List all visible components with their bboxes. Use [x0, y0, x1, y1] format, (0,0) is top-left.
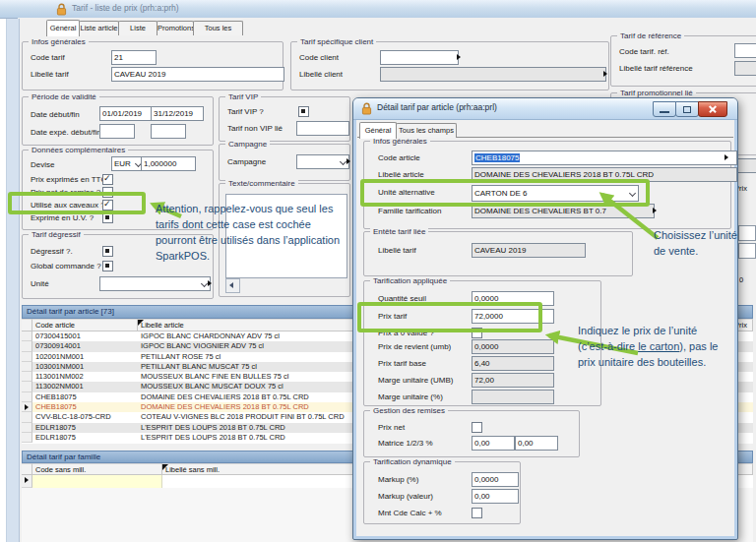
campagne-dropdown[interactable] [296, 154, 349, 169]
group-title: Tarification dynamique [370, 457, 455, 466]
libelle-tarif-ref-field [734, 61, 756, 76]
markup-valeur-label: Markup (valeur) [378, 492, 433, 501]
dialog-group-tarification-dynamique: Tarification dynamique Markup (%) 0,0000… [363, 461, 521, 524]
devise-dropdown[interactable]: EUR [111, 156, 145, 171]
libelle-tarif-field: CAVEAU 2019 [472, 243, 586, 258]
group-tarif-specifique-client: Tarif spécifique client Code client Libe… [290, 41, 609, 90]
cell-code-article: EDLR18075 [32, 433, 138, 443]
prix-ttc-checkbox[interactable] [102, 174, 113, 185]
date-expe-label: Date expé. début/fin [31, 128, 101, 137]
row-marker [22, 352, 32, 362]
group-title: Campagne [225, 140, 270, 149]
dialog-title: Détail tarif par article (prh:aa:prl) [377, 102, 497, 112]
dropdown-arrow-icon [340, 158, 346, 165]
tarif-vip-checkbox[interactable] [298, 106, 309, 117]
marge-unitaire-pct-field [472, 390, 554, 404]
code-article-input[interactable]: CHEB18075 [472, 151, 737, 165]
date-expe-debut-input[interactable] [99, 124, 135, 139]
row-marker [22, 331, 32, 341]
marge-unitaire-umb-label: Marge unitaire (UMB) [378, 376, 453, 385]
left-scroll-strip[interactable] [6, 19, 20, 542]
row-marker [22, 382, 32, 391]
prix-net-checkbox[interactable] [472, 422, 482, 433]
libelle-tarif-label: Libellé tarif [31, 70, 69, 79]
global-commande-checkbox[interactable] [102, 261, 113, 271]
highlight-box-unite-alternative [360, 179, 650, 207]
dialog-group-entete-tarif: Entête tarif liée Libellé tarif CAVEAU 2… [363, 231, 633, 276]
dialog-titlebar[interactable]: Détail tarif par article (prh:aa:prl) [353, 98, 737, 120]
tab-promotions[interactable]: Promotions [157, 21, 194, 35]
group-title: Texte/commentaire [225, 179, 298, 188]
group-title: Tarif promotionnel lié [617, 89, 696, 97]
prix-tarif-base-label: Prix tarif base [378, 359, 426, 368]
code-tarif-ref-label: Code tarif. réf. [619, 47, 669, 56]
date-expe-fin-input[interactable] [151, 124, 186, 139]
dialog-group-tarification-appliquee: Tarification appliquée Quantité seuil 0,… [363, 280, 601, 406]
date-fin-input[interactable]: 31/12/2019 [151, 106, 204, 121]
note-prix-underlined: le carton [638, 340, 679, 352]
taux-input[interactable]: 1,000000 [141, 156, 196, 171]
header-marker-cell [22, 463, 32, 475]
matrice1-input[interactable]: 0,00 [472, 436, 515, 451]
dropdown-arrow-icon [201, 280, 208, 287]
global-commande-label: Global commande ? [31, 262, 101, 271]
dialog-tab-tous-les-champs[interactable]: Tous les champs [396, 123, 457, 138]
main-titlebar[interactable]: Tarif - liste de prix (prh:a:prh) [0, 0, 756, 19]
markup-pct-input[interactable]: 0,0000 [472, 472, 519, 487]
tarif-non-vip-input[interactable] [296, 121, 349, 136]
window-title: Tarif - liste de prix (prh:a:prh) [72, 3, 179, 13]
date-debut-input[interactable]: 01/01/2019 [99, 106, 153, 121]
degressif-checkbox[interactable] [102, 246, 113, 257]
minimize-button[interactable] [653, 101, 676, 117]
row-marker [22, 475, 32, 488]
lookup-arrow-icon[interactable] [208, 280, 212, 286]
lookup-arrow-icon[interactable] [603, 71, 607, 77]
close-button[interactable] [698, 101, 727, 117]
libelle-tarif-label: Libellé tarif [378, 246, 416, 255]
mnt-cde-calc-checkbox[interactable] [472, 508, 482, 518]
lookup-arrow-icon[interactable] [346, 158, 350, 164]
tab-general[interactable]: Général [46, 20, 80, 36]
code-client-input[interactable] [380, 50, 459, 65]
row-marker [22, 423, 32, 433]
group-title: Données complémentaires [29, 146, 128, 154]
unite-label: Unité [31, 279, 49, 288]
cell-code-sans-mill[interactable] [32, 475, 162, 488]
note-unite: Choisissez l’unité de vente. [654, 228, 744, 260]
markup-valeur-input[interactable]: 0,00 [472, 489, 519, 504]
lookup-arrow-icon[interactable] [724, 154, 728, 160]
tab-liste-famille[interactable]: Liste famille [118, 21, 158, 35]
prix-net-label: Prix net [378, 423, 405, 432]
degressif-label: Dégressif ?. [31, 247, 73, 256]
header-code-sans-mill[interactable]: Code sans mill. [32, 463, 162, 475]
unite-dropdown[interactable] [99, 276, 211, 291]
dialog-group-gestion-remises: Gestion des remises Prix net Matrice 1/2… [363, 410, 580, 457]
restore-button[interactable] [675, 101, 699, 117]
lookup-arrow-icon[interactable] [653, 208, 657, 213]
group-infos-generales: Infos générales Code tarif 21 Libellé ta… [22, 41, 284, 90]
tarif-vip-label: Tarif VIP ? [227, 107, 264, 116]
group-title: Tarification appliquée [370, 276, 450, 285]
cell-code-article: CHEB18075 [32, 402, 138, 412]
dialog-tabstrip: Général Tous les champs [357, 120, 733, 138]
libelle-tarif-input[interactable]: CAVEAU 2019 [111, 67, 284, 82]
scroll-left-button[interactable] [225, 278, 240, 293]
code-tarif-input[interactable]: 21 [111, 50, 157, 65]
tab-liste-article[interactable]: Liste article [79, 21, 119, 35]
lookup-arrow-icon[interactable] [457, 54, 461, 60]
group-tarif-vip: Tarif VIP Tarif VIP ? Tarif non VIP lié [219, 96, 350, 142]
group-title: Entête tarif liée [370, 227, 428, 236]
lock-icon [361, 102, 372, 115]
header-code-article[interactable]: Code article [32, 319, 138, 331]
highlight-box-prix-tarif [357, 302, 542, 332]
tab-tous-les-champs[interactable]: Tous les champs [193, 21, 243, 35]
campagne-label: Campagne [227, 157, 266, 166]
group-campagne: Campagne Campagne [219, 144, 350, 181]
exprime-uv-label: Exprimé en U.V. ? [31, 213, 94, 222]
code-tarif-ref-input[interactable] [734, 43, 756, 58]
header-marker-cell [22, 319, 32, 331]
group-title: Période de validité [29, 92, 99, 101]
cell-code-article: CVV-BLC-18-075-CRD [32, 412, 138, 422]
dialog-tab-general[interactable]: Général [359, 122, 397, 139]
matrice2-input[interactable]: 0,00 [515, 436, 558, 451]
